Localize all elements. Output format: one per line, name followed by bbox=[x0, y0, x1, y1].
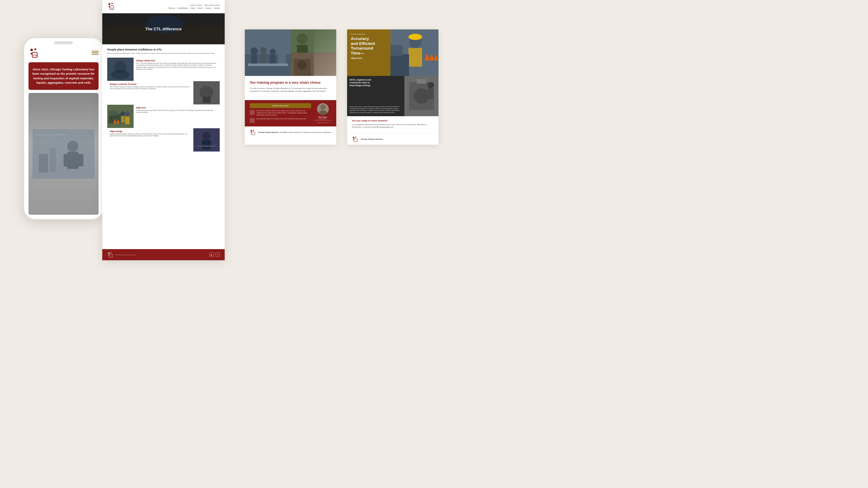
feature-title-customer: Always customer focused bbox=[110, 83, 191, 85]
nav-services[interactable]: Services bbox=[168, 7, 175, 9]
website-mockup: CTL CLIENT ACCESS EMPLOYEE ACCESS Servic… bbox=[102, 0, 225, 260]
linkedin-icon[interactable]: in bbox=[215, 252, 220, 257]
feature-row-customer: Always customer focused The CTL team con… bbox=[107, 81, 220, 104]
feature-image-safety bbox=[107, 58, 133, 81]
nav-events[interactable]: Events bbox=[198, 7, 203, 9]
phone-header: CTL bbox=[29, 47, 98, 59]
svg-rect-6 bbox=[39, 154, 48, 173]
website-main: People place immense confidence in CTL W… bbox=[102, 44, 225, 249]
svg-rect-67 bbox=[252, 132, 255, 135]
training-panel: Our training program is a very smart cho… bbox=[245, 29, 336, 145]
person-portrait bbox=[317, 103, 329, 115]
nav-contact[interactable]: Contact bbox=[214, 7, 220, 9]
svg-point-14 bbox=[111, 3, 113, 4]
feature-row-hightech: High tech We are committed to supporting… bbox=[107, 105, 220, 128]
nav-top-links: CLIENT ACCESS EMPLOYEE ACCESS bbox=[190, 4, 220, 6]
nav-logo: CTL bbox=[107, 2, 115, 11]
feature-title-highenergy: High energy bbox=[110, 130, 191, 132]
website-hero-title: The CTL difference bbox=[145, 27, 182, 31]
svg-rect-72 bbox=[391, 54, 409, 76]
svg-rect-57 bbox=[297, 45, 308, 53]
footer-social-icons: ▶ in bbox=[209, 252, 220, 257]
feature-text-safety: Always safety first At CTL, the most imp… bbox=[133, 58, 220, 81]
training-footer-logo: Chicago Testing Laboratory bbox=[250, 129, 279, 135]
accuracy-panel-top: If you're looking for Accuracyand Effici… bbox=[347, 29, 438, 76]
feature-image-hightech bbox=[107, 105, 133, 128]
feature-desc-safety: At CTL, the most important part of our j… bbox=[136, 63, 217, 70]
svg-rect-9 bbox=[67, 152, 79, 169]
svg-point-56 bbox=[297, 33, 308, 44]
bullet-icon-2 bbox=[250, 118, 255, 123]
panel-img-lab1 bbox=[291, 29, 337, 53]
training-desc: For over a century, Chicago Testing Labo… bbox=[250, 87, 331, 93]
svg-rect-7 bbox=[50, 148, 56, 173]
svg-point-60 bbox=[298, 60, 307, 70]
hamburger-icon[interactable] bbox=[92, 51, 98, 55]
svg-rect-82 bbox=[428, 88, 434, 99]
footer-copyright: © 2019 Chicago Testing Laboratory Inc. bbox=[115, 254, 136, 255]
svg-point-37 bbox=[203, 132, 210, 140]
feature-image-customer bbox=[193, 81, 220, 104]
website-url: chicagotestinglab.com bbox=[314, 122, 331, 123]
svg-point-52 bbox=[278, 45, 286, 54]
nav-careers[interactable]: Careers bbox=[205, 7, 211, 9]
svg-point-41 bbox=[110, 252, 111, 253]
person-email: paulterkos@chicagotestinglab.com bbox=[314, 120, 331, 121]
svg-point-81 bbox=[428, 82, 434, 88]
svg-rect-54 bbox=[248, 63, 288, 66]
svg-point-50 bbox=[270, 49, 276, 55]
accuracy-machinery-image bbox=[404, 76, 438, 116]
nav-accreditations[interactable]: Accreditations bbox=[178, 7, 188, 9]
svg-rect-31 bbox=[125, 117, 129, 124]
cta-bullet-2: We provide discussion at our facility an… bbox=[256, 118, 307, 120]
company-label: Chicago Testing Laboratory bbox=[258, 131, 279, 133]
website-footer: © 2019 Chicago Testing Laboratory Inc. ▶… bbox=[102, 249, 225, 260]
youtube-icon[interactable]: ▶ bbox=[209, 252, 214, 257]
svg-point-64 bbox=[251, 130, 252, 132]
svg-point-23 bbox=[111, 70, 129, 79]
svg-point-42 bbox=[108, 255, 109, 255]
website-nav: CTL CLIENT ACCESS EMPLOYEE ACCESS Servic… bbox=[102, 0, 225, 13]
feature-desc-customer: The CTL team continues to build up a her… bbox=[110, 86, 191, 90]
feature-text-hightech: High tech We are committed to supporting… bbox=[133, 105, 220, 128]
panel-img-people bbox=[245, 29, 291, 76]
training-headline: Our training program is a very smart cho… bbox=[250, 80, 331, 85]
accuracy-panel-image bbox=[391, 29, 438, 76]
svg-rect-26 bbox=[203, 97, 210, 103]
section-desc: We are dedicated to meeting your clients… bbox=[107, 52, 220, 55]
feature-title-hightech: High tech bbox=[136, 106, 217, 109]
accuracy-cta-desc: If you would like a tailored technical p… bbox=[352, 124, 434, 128]
svg-point-40 bbox=[108, 252, 110, 254]
panel-img-lab2 bbox=[291, 53, 337, 76]
training-cta-section: Schedule training today! We create a cur… bbox=[245, 100, 336, 126]
svg-text:CTL: CTL bbox=[110, 7, 113, 9]
accuracy-dark-panel: DOTs, engineers andcontractors have toke… bbox=[347, 76, 404, 116]
footer-tagline: Knowledge is power and only CTL harnesse… bbox=[280, 131, 331, 133]
website-hero: The CTL difference bbox=[102, 13, 225, 44]
accuracy-headline: Accuracyand EfficientTurnaroundTime— bbox=[351, 36, 387, 56]
employee-access-link[interactable]: EMPLOYEE ACCESS bbox=[205, 4, 220, 6]
svg-point-1 bbox=[34, 48, 36, 50]
accuracy-panel-body: Are you ready to move forward? If you wo… bbox=[347, 116, 438, 133]
svg-text:Chicago Testing Laboratory: Chicago Testing Laboratory bbox=[36, 133, 66, 136]
nav-main-links: Services Accreditations About Events Car… bbox=[168, 7, 220, 9]
accuracy-cta-headline: Are you ready to move forward? bbox=[352, 119, 434, 122]
section-title: People place immense confidence in CTL bbox=[107, 48, 220, 51]
svg-rect-38 bbox=[202, 140, 211, 149]
mobile-phone-mockup: CTL Since 1912, Chicago Testing Laborato… bbox=[23, 37, 104, 220]
schedule-training-button[interactable]: Schedule training today! bbox=[250, 103, 311, 108]
svg-rect-86 bbox=[354, 139, 357, 142]
footer-logo: © 2019 Chicago Testing Laboratory Inc. bbox=[107, 252, 136, 258]
accuracy-mid-headline: DOTs, engineers andcontractors have toke… bbox=[349, 79, 402, 87]
bullet-icon-1 bbox=[250, 110, 255, 115]
svg-point-0 bbox=[30, 49, 33, 51]
feature-text-highenergy: High energy Materials testing, inspectio… bbox=[107, 128, 193, 152]
client-access-link[interactable]: CLIENT ACCESS bbox=[190, 4, 202, 6]
nav-about[interactable]: About bbox=[191, 7, 195, 9]
accuracy-panel: If you're looking for Accuracyand Effici… bbox=[347, 29, 438, 145]
training-person-info: Paul Terkos 630.123.1231 paulterkos@chic… bbox=[314, 103, 331, 123]
svg-point-32 bbox=[121, 111, 125, 116]
svg-point-8 bbox=[67, 141, 79, 152]
svg-point-71 bbox=[408, 34, 422, 40]
svg-point-30 bbox=[125, 112, 130, 117]
